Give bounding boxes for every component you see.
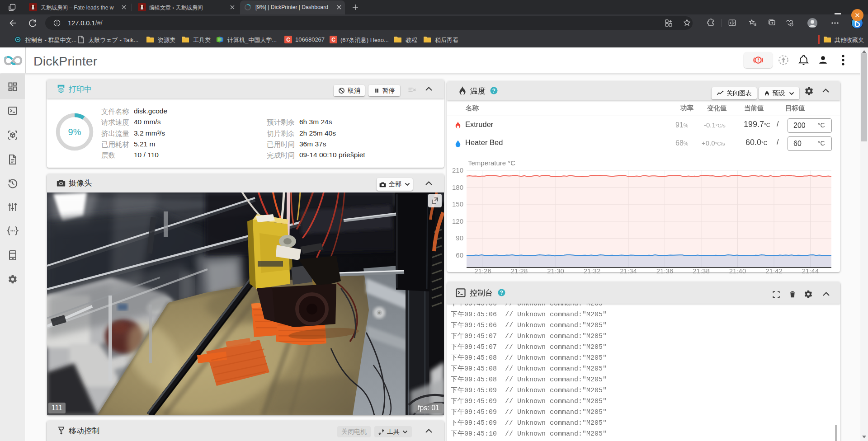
svg-text:21:26: 21:26 <box>474 267 491 275</box>
svg-text:21:36: 21:36 <box>656 267 674 275</box>
svg-text:90: 90 <box>456 234 463 242</box>
svg-text:21:42: 21:42 <box>765 267 783 275</box>
svg-text:Temperature °C: Temperature °C <box>468 159 515 167</box>
svg-text:60: 60 <box>456 251 463 259</box>
svg-text:C: C <box>286 37 290 43</box>
svg-text:21:28: 21:28 <box>511 267 528 275</box>
svg-text:9%: 9% <box>68 127 81 137</box>
svg-text:21:40: 21:40 <box>729 267 746 275</box>
svg-text:180: 180 <box>452 183 463 191</box>
svg-text:21:34: 21:34 <box>620 267 637 275</box>
svg-text:120: 120 <box>452 217 463 225</box>
svg-text:21:38: 21:38 <box>693 267 710 275</box>
svg-text:21:32: 21:32 <box>584 267 601 275</box>
svg-text:210: 210 <box>452 166 463 174</box>
svg-text:21:30: 21:30 <box>547 267 564 275</box>
svg-text:?: ? <box>492 88 495 94</box>
svg-text:?: ? <box>500 290 503 296</box>
svg-text:C: C <box>331 37 335 43</box>
svg-text:150: 150 <box>452 200 463 208</box>
svg-text:21:44: 21:44 <box>802 267 819 275</box>
